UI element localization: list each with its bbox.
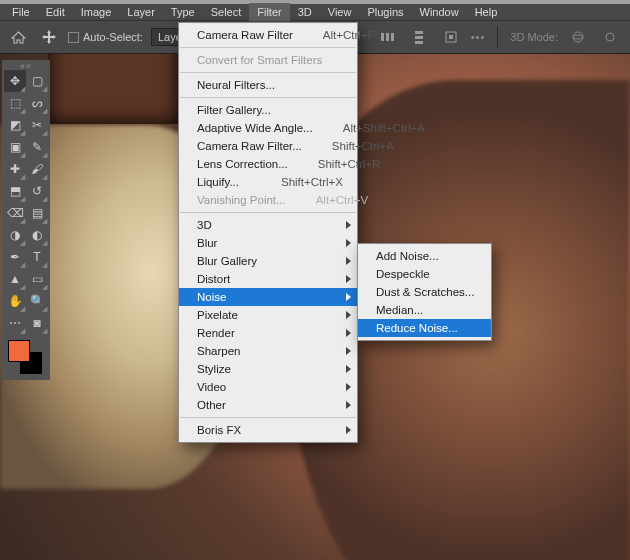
noise-submenu: Add Noise...DespeckleDust & Scratches...… <box>357 243 492 341</box>
rect-marquee-tool[interactable]: ⬚◢ <box>4 92 26 114</box>
menu-select[interactable]: Select <box>203 3 250 21</box>
filter-item-noise[interactable]: Noise <box>179 288 357 306</box>
pen-tool-icon: ✒ <box>10 250 20 264</box>
menu-file[interactable]: File <box>4 3 38 21</box>
menu-item-label: Reduce Noise... <box>376 322 488 334</box>
flyout-indicator-icon: ◢ <box>20 107 25 114</box>
noise-item-despeckle[interactable]: Despeckle <box>358 265 491 283</box>
lasso-tool[interactable]: ᔕ◢ <box>26 92 48 114</box>
menu-help[interactable]: Help <box>467 3 506 21</box>
eraser-tool[interactable]: ⌫◢ <box>4 202 26 224</box>
svg-point-10 <box>573 32 583 42</box>
flyout-indicator-icon: ◢ <box>42 195 47 202</box>
svg-rect-9 <box>449 35 453 39</box>
flyout-indicator-icon: ◢ <box>20 327 25 334</box>
svg-point-11 <box>573 35 583 39</box>
foreground-color-swatch[interactable] <box>8 340 30 362</box>
menu-window[interactable]: Window <box>412 3 467 21</box>
color-swatches[interactable] <box>4 334 48 378</box>
menu-plugins[interactable]: Plugins <box>359 3 411 21</box>
object-select-tool[interactable]: ◩◢ <box>4 114 26 136</box>
filter-item-pixelate[interactable]: Pixelate <box>179 306 357 324</box>
menu-item-label: Other <box>197 399 343 411</box>
menu-item-label: Boris FX <box>197 424 343 436</box>
menu-edit[interactable]: Edit <box>38 3 73 21</box>
filter-item-blur-gallery[interactable]: Blur Gallery <box>179 252 357 270</box>
filter-item-lens-correction[interactable]: Lens Correction...Shift+Ctrl+R <box>179 155 357 173</box>
current-tool-icon[interactable] <box>38 27 60 47</box>
quick-mask[interactable]: ◙◢ <box>26 312 48 334</box>
menu-3d[interactable]: 3D <box>290 3 320 21</box>
filter-item-boris-fx[interactable]: Boris FX <box>179 421 357 439</box>
filter-menu: Camera Raw FilterAlt+Ctrl+FConvert for S… <box>178 22 358 443</box>
flyout-indicator-icon: ◢ <box>42 327 47 334</box>
auto-select-checkbox[interactable] <box>68 32 79 43</box>
menu-type[interactable]: Type <box>163 3 203 21</box>
filter-item-liquify[interactable]: Liquify...Shift+Ctrl+X <box>179 173 357 191</box>
filter-item-video[interactable]: Video <box>179 378 357 396</box>
rectangle-tool[interactable]: ▭◢ <box>26 268 48 290</box>
menu-item-label: Lens Correction... <box>197 158 318 170</box>
menu-item-label: Filter Gallery... <box>197 104 343 116</box>
filter-item-stylize[interactable]: Stylize <box>179 360 357 378</box>
blur-tool[interactable]: ◑◢ <box>4 224 26 246</box>
dodge-tool[interactable]: ◐◢ <box>26 224 48 246</box>
filter-item-neural-filters[interactable]: Neural Filters... <box>179 76 357 94</box>
distribute-h-icon[interactable] <box>375 25 399 49</box>
edit-toolbar[interactable]: ⋯◢ <box>4 312 26 334</box>
flyout-indicator-icon: ◢ <box>20 151 25 158</box>
move-tool[interactable]: ✥◢ <box>4 70 26 92</box>
pen-tool[interactable]: ✒◢ <box>4 246 26 268</box>
noise-item-dust-scratches[interactable]: Dust & Scratches... <box>358 283 491 301</box>
filter-item-blur[interactable]: Blur <box>179 234 357 252</box>
flyout-indicator-icon: ◢ <box>42 305 47 312</box>
menu-view[interactable]: View <box>320 3 360 21</box>
filter-item-render[interactable]: Render <box>179 324 357 342</box>
hand-tool[interactable]: ✋◢ <box>4 290 26 312</box>
align-to-icon[interactable] <box>439 25 463 49</box>
pan-3d-icon[interactable] <box>598 25 622 49</box>
orbit-3d-icon[interactable] <box>566 25 590 49</box>
eyedropper-tool[interactable]: ✎◢ <box>26 136 48 158</box>
filter-item-filter-gallery[interactable]: Filter Gallery... <box>179 101 357 119</box>
svg-rect-7 <box>415 41 423 44</box>
zoom-tool[interactable]: 🔍◢ <box>26 290 48 312</box>
noise-item-reduce-noise[interactable]: Reduce Noise... <box>358 319 491 337</box>
home-icon[interactable] <box>8 27 28 47</box>
distribute-v-icon[interactable] <box>407 25 431 49</box>
path-select-tool[interactable]: ▲◢ <box>4 268 26 290</box>
frame-tool[interactable]: ▣◢ <box>4 136 26 158</box>
filter-item-camera-raw-filter[interactable]: Camera Raw Filter...Shift+Ctrl+A <box>179 137 357 155</box>
healing-brush-tool[interactable]: ✚◢ <box>4 158 26 180</box>
filter-item-adaptive-wide-angle[interactable]: Adaptive Wide Angle...Alt+Shift+Ctrl+A <box>179 119 357 137</box>
filter-item-distort[interactable]: Distort <box>179 270 357 288</box>
filter-item-3d[interactable]: 3D <box>179 216 357 234</box>
artboard-tool[interactable]: ▢◢ <box>26 70 48 92</box>
flyout-indicator-icon: ◢ <box>20 173 25 180</box>
noise-item-median[interactable]: Median... <box>358 301 491 319</box>
filter-item-sharpen[interactable]: Sharpen <box>179 342 357 360</box>
crop-tool[interactable]: ✂◢ <box>26 114 48 136</box>
menu-filter[interactable]: Filter <box>249 3 289 21</box>
filter-item-other[interactable]: Other <box>179 396 357 414</box>
lasso-tool-icon: ᔕ <box>32 96 43 110</box>
flyout-indicator-icon: ◢ <box>20 261 25 268</box>
object-select-tool-icon: ◩ <box>10 118 21 132</box>
more-options-icon[interactable]: ••• <box>471 31 486 43</box>
menu-item-label: Convert for Smart Filters <box>197 54 352 66</box>
toolbox-grip[interactable]: «« <box>4 62 48 70</box>
type-tool[interactable]: T◢ <box>26 246 48 268</box>
menu-item-shortcut: Shift+Ctrl+A <box>332 140 394 152</box>
history-brush-tool[interactable]: ↺◢ <box>26 180 48 202</box>
flyout-indicator-icon: ◢ <box>20 305 25 312</box>
menu-image[interactable]: Image <box>73 3 120 21</box>
menu-item-label: Adaptive Wide Angle... <box>197 122 343 134</box>
flyout-indicator-icon: ◢ <box>20 283 25 290</box>
menu-item-label: Camera Raw Filter... <box>197 140 332 152</box>
menu-layer[interactable]: Layer <box>119 3 163 21</box>
brush-tool[interactable]: 🖌◢ <box>26 158 48 180</box>
gradient-tool[interactable]: ▤◢ <box>26 202 48 224</box>
filter-item-camera-raw-filter[interactable]: Camera Raw FilterAlt+Ctrl+F <box>179 26 357 44</box>
clone-stamp-tool[interactable]: ⬒◢ <box>4 180 26 202</box>
noise-item-add-noise[interactable]: Add Noise... <box>358 247 491 265</box>
